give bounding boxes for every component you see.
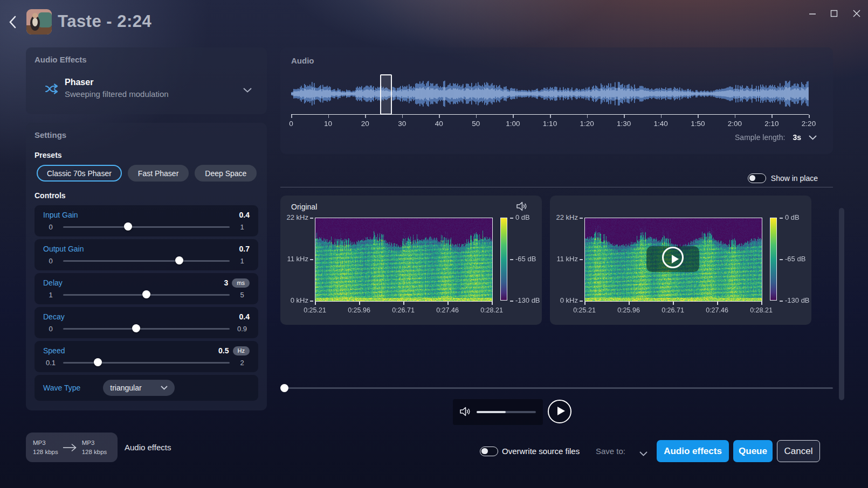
play-icon xyxy=(662,247,684,268)
spectrogram-title: Original xyxy=(291,203,317,211)
track-thumbnail xyxy=(26,9,52,34)
db-axis-label: -130 dB xyxy=(515,296,540,305)
slider-track[interactable] xyxy=(63,362,230,364)
arrow-right-icon xyxy=(61,443,79,452)
time-axis-label: 0:28.21 xyxy=(469,306,514,314)
slider-row-speed: Speed 0.5 Hz 0.1 2 xyxy=(35,341,258,372)
spectrogram-panel-preview: 22 kHz11 kHz0 kHz0:25.210:25.960:26.710:… xyxy=(550,196,811,325)
timeline-tick xyxy=(439,115,440,118)
volume-icon[interactable] xyxy=(459,406,471,419)
overwrite-source-label: Overwrite source files xyxy=(502,447,580,456)
chevron-down-icon xyxy=(243,88,252,93)
seek-slider-thumb[interactable] xyxy=(280,384,288,392)
app-window: Taste - 2:24 Audio Effects Phaser Sweepi… xyxy=(0,0,868,488)
slider-label: Speed xyxy=(43,346,65,355)
from-format: MP3 xyxy=(33,438,58,447)
freq-axis-label: 0 kHz xyxy=(550,296,578,305)
freq-axis-tick xyxy=(580,301,583,302)
show-in-place-row: Show in place xyxy=(280,173,818,183)
effect-selector[interactable] xyxy=(243,85,252,95)
slider-track[interactable] xyxy=(63,260,230,262)
preset-chip-deep-space[interactable]: Deep Space xyxy=(195,165,257,182)
freq-axis-label: 11 kHz xyxy=(280,255,308,263)
to-format: MP3 xyxy=(82,438,107,447)
timeline-tick xyxy=(661,115,662,118)
timeline-tick xyxy=(698,115,699,118)
toggle-knob xyxy=(481,448,488,455)
time-axis-label: 0:28.21 xyxy=(739,306,784,314)
wave-type-select[interactable]: triangular xyxy=(103,380,175,396)
timeline-tick-label: 1:10 xyxy=(534,120,566,128)
back-button[interactable] xyxy=(4,14,20,30)
slider-thumb[interactable] xyxy=(132,324,140,332)
save-to-label: Save to: xyxy=(596,447,625,456)
slider-track[interactable] xyxy=(63,328,230,330)
sample-selection-box[interactable] xyxy=(380,74,392,115)
slider-thumb[interactable] xyxy=(175,256,183,264)
db-axis-label: -130 dB xyxy=(785,296,810,305)
slider-thumb[interactable] xyxy=(142,290,150,298)
window-minimize-button[interactable] xyxy=(804,6,821,20)
time-axis-tick xyxy=(492,301,493,305)
slider-value: 0.4 xyxy=(239,211,250,219)
time-axis-label: 0:25.21 xyxy=(562,306,607,314)
freq-axis-label: 22 kHz xyxy=(550,213,578,222)
slider-thumb[interactable] xyxy=(94,358,102,366)
sample-length-row: Sample length: 3s xyxy=(735,133,817,142)
freq-axis-tick xyxy=(310,259,313,260)
waveform-canvas[interactable] xyxy=(291,76,809,111)
sample-length-select[interactable] xyxy=(809,133,817,142)
db-axis-tick xyxy=(510,218,513,219)
chevron-left-icon xyxy=(9,16,16,29)
overwrite-source-toggle[interactable] xyxy=(480,447,498,456)
freq-axis-label: 11 kHz xyxy=(550,255,578,263)
audio-effects-button[interactable]: Audio effects xyxy=(657,440,729,462)
slider-row-input-gain: Input Gain 0.4 0 1 xyxy=(35,205,258,236)
db-axis-label: 0 dB xyxy=(515,213,530,222)
time-axis-label: 0:26.71 xyxy=(650,306,695,314)
freq-axis-tick xyxy=(580,218,583,219)
slider-max: 0.9 xyxy=(235,325,250,333)
preset-chip-classic-70s-phaser[interactable]: Classic 70s Phaser xyxy=(37,165,122,182)
window-close-button[interactable] xyxy=(849,6,865,20)
speaker-icon[interactable] xyxy=(516,201,528,214)
timeline-ticks: 010203040501:001:101:201:301:401:502:002… xyxy=(291,114,809,136)
time-axis-label: 0:26.71 xyxy=(381,306,426,314)
volume-slider[interactable] xyxy=(477,411,536,413)
slider-min: 0 xyxy=(43,223,58,231)
show-in-place-toggle[interactable] xyxy=(748,173,766,183)
album-art xyxy=(26,9,52,34)
close-icon xyxy=(853,10,860,17)
timeline-tick xyxy=(291,115,292,118)
seek-slider-track[interactable] xyxy=(284,387,833,389)
section-divider xyxy=(280,187,833,187)
time-axis-label: 0:27.46 xyxy=(694,306,740,314)
play-button[interactable] xyxy=(548,400,571,423)
chevron-down-icon xyxy=(161,386,168,390)
timeline-tick xyxy=(587,115,588,118)
timeline-tick-label: 2:20 xyxy=(793,120,825,128)
preview-play-overlay-button[interactable] xyxy=(646,246,699,272)
slider-thumb[interactable] xyxy=(124,222,132,231)
time-axis-label: 0:25.96 xyxy=(606,306,651,314)
db-axis-label: -65 dB xyxy=(515,255,536,263)
show-in-place-label: Show in place xyxy=(771,174,818,183)
window-maximize-button[interactable] xyxy=(826,6,842,20)
audio-effects-card: Audio Effects Phaser Sweeping filtered m… xyxy=(26,47,267,114)
vertical-scrollbar[interactable] xyxy=(839,208,844,400)
to-bitrate: 128 kbps xyxy=(82,448,107,456)
sample-length-value: 3s xyxy=(793,133,801,142)
preset-chip-fast-phaser[interactable]: Fast Phaser xyxy=(128,165,189,182)
audio-card: Audio 010203040501:001:101:201:301:401:5… xyxy=(280,47,833,154)
slider-track[interactable] xyxy=(63,226,230,228)
queue-button[interactable]: Queue xyxy=(733,440,773,462)
minimize-icon xyxy=(809,10,816,17)
save-to-select[interactable] xyxy=(639,449,647,458)
time-axis-tick xyxy=(717,301,718,305)
timeline-tick xyxy=(513,115,514,118)
timeline-tick xyxy=(328,115,329,118)
cancel-button[interactable]: Cancel xyxy=(777,440,820,462)
slider-value: 3 xyxy=(224,278,229,287)
slider-max: 1 xyxy=(235,257,250,265)
applied-effect-label: Audio effects xyxy=(125,443,171,452)
